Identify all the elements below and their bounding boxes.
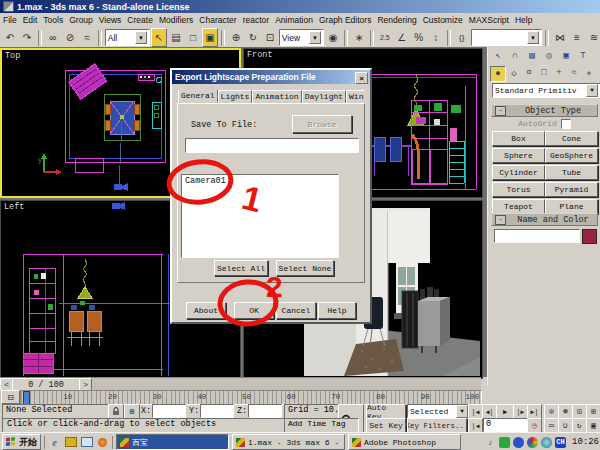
select-all-button[interactable]: Select All xyxy=(214,260,268,276)
x-coordinate-field[interactable] xyxy=(152,404,186,418)
unlink-selection-icon[interactable]: ⊘ xyxy=(62,28,78,47)
media-player-icon[interactable] xyxy=(96,436,109,449)
next-frame-button[interactable]: |▶ xyxy=(513,404,528,419)
primitive-button[interactable]: Cone xyxy=(545,131,598,146)
percent-snap-toggle-button[interactable]: % xyxy=(411,28,427,47)
zoom-icon[interactable]: ⊙ xyxy=(544,404,559,419)
start-button[interactable]: 开始 xyxy=(2,434,41,450)
pan-icon[interactable]: ∪ xyxy=(558,418,573,433)
systems-icon[interactable]: ∗ xyxy=(582,66,596,80)
ok-button[interactable]: OK xyxy=(234,302,274,319)
menu-item[interactable]: Edit xyxy=(20,14,41,26)
primitive-button[interactable]: Tube xyxy=(545,165,598,180)
selection-lock-icon[interactable] xyxy=(108,404,124,419)
space-warps-icon[interactable]: ≈ xyxy=(567,66,581,80)
primitive-button[interactable]: GeoSphere xyxy=(545,148,598,163)
primitive-button[interactable]: Sphere xyxy=(492,148,545,163)
redo-icon[interactable]: ↷ xyxy=(19,28,35,47)
min-max-toggle-icon[interactable]: ▣ xyxy=(586,418,600,433)
zoom-all-icon[interactable]: ⊛ xyxy=(558,404,573,419)
primitive-button[interactable]: Teapot xyxy=(492,199,545,214)
modify-tab-icon[interactable]: ∩ xyxy=(507,48,523,63)
menu-item[interactable]: Help xyxy=(512,14,535,26)
quick-launch-mail-icon[interactable] xyxy=(64,436,77,449)
object-color-swatch[interactable] xyxy=(582,229,597,244)
angle-snap-toggle-button[interactable]: ∠ xyxy=(394,28,410,47)
name-and-color-rollout[interactable]: - Name and Color xyxy=(491,213,598,226)
tray-app-icon[interactable] xyxy=(527,437,538,448)
primitive-button[interactable]: Pyramid xyxy=(545,182,598,197)
volume-icon[interactable]: ♪ xyxy=(485,437,496,448)
menu-item[interactable]: File xyxy=(0,14,20,26)
selection-set-dropdown[interactable]: Selected ▼ xyxy=(407,404,471,418)
hierarchy-tab-icon[interactable]: ▤ xyxy=(524,48,540,63)
about-button[interactable]: About xyxy=(186,302,226,319)
menu-item[interactable]: Tools xyxy=(40,14,66,26)
align-button[interactable]: ≡ xyxy=(569,28,585,47)
menu-item[interactable]: Graph Editors xyxy=(316,14,374,26)
menu-item[interactable]: Create xyxy=(124,14,156,26)
create-tab-icon[interactable]: ↖ xyxy=(490,48,506,63)
views-listbox[interactable]: Camera01 xyxy=(181,174,339,258)
autogrid-checkbox[interactable] xyxy=(561,119,571,129)
layer-manager-button[interactable]: ≋ xyxy=(586,28,600,47)
zoom-extents-icon[interactable]: ⊡ xyxy=(572,404,587,419)
primitive-button[interactable]: Cylinder xyxy=(492,165,545,180)
tray-messenger-icon[interactable] xyxy=(499,437,510,448)
primitive-button[interactable]: Plane xyxy=(545,199,598,214)
previous-key-button[interactable]: |◀ xyxy=(468,418,483,433)
views-list-item[interactable]: Camera01 xyxy=(182,175,338,187)
edit-named-selection-sets-button[interactable]: {} xyxy=(454,28,470,47)
select-and-rotate-button[interactable]: ↻ xyxy=(245,28,261,47)
select-and-scale-button[interactable]: ⊡ xyxy=(262,28,278,47)
cancel-button[interactable]: Cancel xyxy=(276,302,316,319)
auto-key-button[interactable]: Auto Key xyxy=(366,404,406,419)
help-button[interactable]: Help xyxy=(318,302,356,319)
menu-item[interactable]: Modifiers xyxy=(156,14,196,26)
bind-to-space-warp-icon[interactable]: ≈ xyxy=(79,28,95,47)
object-type-rollout[interactable]: - Object Type xyxy=(491,104,598,117)
tray-update-icon[interactable] xyxy=(513,437,524,448)
select-and-link-icon[interactable]: ∞ xyxy=(45,28,61,47)
menu-item[interactable]: Views xyxy=(96,14,125,26)
dialog-tab[interactable]: General xyxy=(178,90,218,103)
motion-tab-icon[interactable]: ◎ xyxy=(541,48,557,63)
select-and-manipulate-button[interactable]: ∗ xyxy=(351,28,367,47)
select-by-name-button[interactable]: ▤ xyxy=(168,28,184,47)
named-selection-sets-dropdown[interactable]: ▼ xyxy=(471,29,542,46)
file-path-field[interactable] xyxy=(185,138,359,153)
select-and-move-button[interactable]: ⊕ xyxy=(228,28,244,47)
select-object-button[interactable]: ↖ xyxy=(151,28,167,47)
tray-clock-app-icon[interactable] xyxy=(541,437,552,448)
geometry-icon[interactable]: ● xyxy=(490,66,506,82)
task-button[interactable]: 1.max - 3ds max 6 - Stan... xyxy=(232,434,345,450)
time-slider-track[interactable]: < 0 / 100 > xyxy=(0,377,481,390)
region-zoom-icon[interactable]: ▭ xyxy=(544,418,559,433)
helpers-icon[interactable]: + xyxy=(552,66,566,80)
go-to-start-button[interactable]: |◀ xyxy=(468,404,483,419)
set-key-button[interactable]: Set Key xyxy=(366,418,406,433)
internet-explorer-icon[interactable]: e xyxy=(48,436,61,449)
primitive-button[interactable]: Torus xyxy=(492,182,545,197)
clock[interactable]: 10:26 xyxy=(569,437,600,447)
show-desktop-icon[interactable] xyxy=(80,436,93,449)
geometry-category-dropdown[interactable]: Standard Primitiv ▼ xyxy=(492,83,600,98)
menu-item[interactable]: Customize xyxy=(420,14,466,26)
selection-filter-dropdown[interactable]: All ▼ xyxy=(105,29,150,46)
rectangular-selection-region-button[interactable]: □ xyxy=(185,28,201,47)
snap-toggle-button[interactable]: 2.5 xyxy=(377,28,393,47)
reference-coordinate-system-dropdown[interactable]: View ▼ xyxy=(279,29,324,46)
object-name-field[interactable] xyxy=(494,229,580,243)
arc-rotate-icon[interactable]: ↻ xyxy=(572,418,587,433)
previous-frame-button[interactable]: ◀| xyxy=(482,404,497,419)
utilities-tab-icon[interactable]: ⊤ xyxy=(575,48,591,63)
primitive-button[interactable]: Box xyxy=(492,131,545,146)
absolute-offset-toggle-icon[interactable]: ⊞ xyxy=(124,404,140,419)
lights-icon[interactable]: ¤ xyxy=(522,66,536,80)
export-lightscape-dialog[interactable]: Export Lightscape Preparation File × Gen… xyxy=(170,68,372,324)
language-indicator[interactable]: CH xyxy=(555,437,566,448)
timeline-ruler[interactable]: 0102030405060708090100 xyxy=(20,390,482,405)
menu-item[interactable]: Group xyxy=(66,14,96,26)
close-icon[interactable]: × xyxy=(355,72,368,84)
dialog-tab[interactable]: Daylight xyxy=(302,90,346,104)
